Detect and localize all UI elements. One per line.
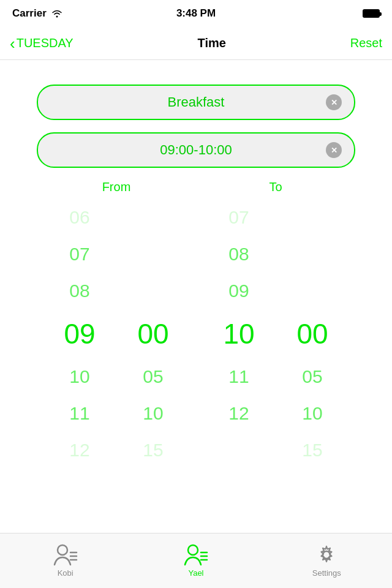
back-button[interactable]: ‹ TUESDAY bbox=[10, 36, 74, 51]
tab-yael[interactable]: Yael bbox=[130, 544, 261, 578]
to-hour-1: 08 bbox=[202, 236, 276, 273]
from-min-1 bbox=[116, 236, 190, 273]
to-picker-wrapper[interactable]: 07 08 09 10 11 12 00 05 bbox=[202, 199, 349, 469]
yael-label: Yael bbox=[188, 568, 203, 578]
from-picker: From 06 07 08 09 10 11 12 bbox=[37, 180, 196, 469]
nav-bar: ‹ TUESDAY Time Reset bbox=[0, 27, 392, 60]
kobi-label: Kobi bbox=[58, 568, 74, 578]
meal-input-field[interactable]: Breakfast bbox=[37, 85, 355, 120]
to-min-5: 10 bbox=[276, 395, 349, 432]
tab-kobi[interactable]: Kobi bbox=[0, 544, 130, 578]
time-range-input-text: 09:00-10:00 bbox=[66, 142, 326, 158]
time-range-input-field[interactable]: 09:00-10:00 bbox=[37, 132, 355, 168]
from-columns: 06 07 08 09 10 11 12 00 05 bbox=[43, 199, 190, 469]
time-picker: From 06 07 08 09 10 11 12 bbox=[37, 180, 355, 469]
to-hour-2: 09 bbox=[202, 273, 276, 309]
to-hour-0: 07 bbox=[202, 199, 276, 236]
from-picker-wrapper[interactable]: 06 07 08 09 10 11 12 00 05 bbox=[43, 199, 190, 469]
to-hour-6 bbox=[202, 432, 276, 469]
status-right bbox=[363, 9, 380, 18]
svg-point-4 bbox=[188, 545, 198, 555]
from-hour-4: 10 bbox=[43, 358, 116, 395]
status-bar: Carrier 3:48 PM bbox=[0, 0, 392, 27]
meal-input-text: Breakfast bbox=[66, 94, 326, 110]
from-hours-column[interactable]: 06 07 08 09 10 11 12 bbox=[43, 199, 116, 469]
from-hour-1: 07 bbox=[43, 236, 116, 273]
battery-icon bbox=[363, 9, 380, 18]
to-min-4: 05 bbox=[276, 358, 349, 395]
to-hour-5: 12 bbox=[202, 395, 276, 432]
back-label: TUESDAY bbox=[17, 36, 74, 50]
to-min-0 bbox=[276, 199, 349, 236]
tab-bar: Kobi Yael Settings bbox=[0, 533, 392, 588]
nav-title: Time bbox=[198, 36, 226, 50]
to-min-2 bbox=[276, 273, 349, 309]
to-hours-column[interactable]: 07 08 09 10 11 12 bbox=[202, 199, 276, 469]
to-picker: To 07 08 09 10 11 12 bbox=[196, 180, 355, 469]
settings-label: Settings bbox=[312, 568, 341, 578]
from-min-0 bbox=[116, 199, 190, 236]
meal-clear-button[interactable] bbox=[326, 94, 342, 110]
back-arrow-icon: ‹ bbox=[10, 36, 15, 51]
to-minutes-column[interactable]: 00 05 10 15 bbox=[276, 199, 349, 469]
from-hour-0: 06 bbox=[43, 199, 116, 236]
to-min-1 bbox=[276, 236, 349, 273]
time-clear-button[interactable] bbox=[326, 142, 342, 158]
from-min-6: 15 bbox=[116, 432, 190, 469]
tab-settings[interactable]: Settings bbox=[262, 544, 392, 578]
reset-button[interactable]: Reset bbox=[350, 36, 382, 50]
to-columns: 07 08 09 10 11 12 00 05 bbox=[202, 199, 349, 469]
battery-fill bbox=[364, 10, 379, 17]
to-min-selected: 00 bbox=[276, 309, 349, 358]
from-hour-5: 11 bbox=[43, 395, 116, 432]
from-min-selected: 00 bbox=[116, 309, 190, 358]
status-time: 3:48 PM bbox=[176, 7, 216, 20]
yael-icon bbox=[184, 544, 208, 566]
from-hour-selected: 09 bbox=[43, 309, 116, 358]
from-min-4: 05 bbox=[116, 358, 190, 395]
to-min-6: 15 bbox=[276, 432, 349, 469]
from-hour-6: 12 bbox=[43, 432, 116, 469]
carrier-label: Carrier bbox=[12, 7, 47, 20]
settings-icon bbox=[314, 544, 339, 566]
from-min-5: 10 bbox=[116, 395, 190, 432]
carrier-info: Carrier bbox=[12, 7, 62, 20]
from-minutes-column[interactable]: 00 05 10 15 bbox=[116, 199, 190, 469]
to-label: To bbox=[202, 180, 349, 194]
wifi-icon bbox=[51, 9, 62, 18]
svg-point-0 bbox=[58, 545, 67, 555]
to-hour-4: 11 bbox=[202, 358, 276, 395]
content-area: Breakfast 09:00-10:00 From 06 07 08 09 1… bbox=[0, 60, 392, 469]
from-label: From bbox=[43, 180, 190, 194]
kobi-icon bbox=[53, 544, 78, 566]
from-min-2 bbox=[116, 273, 190, 309]
from-hour-2: 08 bbox=[43, 273, 116, 309]
to-hour-selected: 10 bbox=[202, 309, 276, 358]
